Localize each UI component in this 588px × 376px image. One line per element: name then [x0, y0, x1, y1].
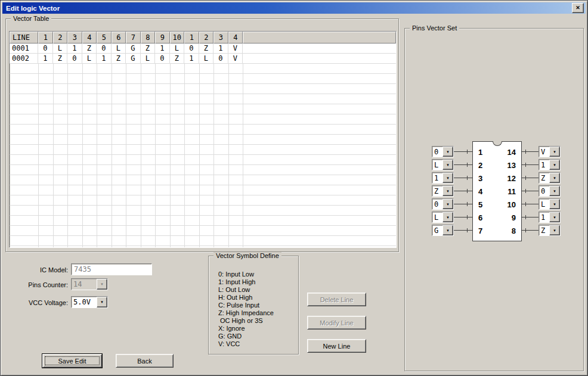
title-bar[interactable]: Edit logic Vector ✕ [2, 2, 586, 14]
chevron-down-icon: ▼ [549, 147, 560, 157]
vector-cell: 0 [155, 54, 170, 64]
pin-lead [454, 151, 472, 152]
pin-lead [522, 151, 539, 152]
ic-model-value: 7435 [72, 264, 151, 275]
pin-1-select[interactable]: 0 ▼ [432, 146, 454, 157]
column-header-line: LINE [10, 32, 38, 43]
vector-cell: 0 [184, 43, 199, 54]
pin-number: 5 [478, 200, 482, 209]
save-edit-label: Save Edit [58, 358, 86, 365]
vector-symbol-define-group: Vector Symbol Define 0: Input Low 1: Inp… [208, 256, 299, 355]
pin-2-select[interactable]: L ▼ [432, 159, 454, 170]
save-edit-button[interactable]: Save Edit [42, 354, 102, 368]
vector-cell: 1 [67, 43, 82, 54]
pin-10-value: L [539, 199, 549, 209]
pin-lead [454, 191, 472, 191]
vcc-voltage-select[interactable]: 5.0V ▼ [71, 296, 108, 308]
table-empty-area [10, 64, 396, 247]
vector-cell: 0 [67, 54, 82, 64]
pin-lead [522, 164, 539, 165]
pin-lead [454, 204, 472, 204]
vector-cell: L [170, 43, 185, 54]
pin-11-select[interactable]: 0 ▼ [539, 185, 561, 197]
pin-lead [522, 217, 539, 217]
new-line-button[interactable]: New Line [307, 339, 366, 353]
delete-line-button[interactable]: Delete Line [307, 293, 366, 306]
pin-number: 12 [507, 174, 516, 183]
chevron-down-icon: ▼ [549, 212, 560, 222]
vector-cell: 1 [155, 43, 170, 54]
column-header: 2 [199, 32, 214, 43]
close-icon: ✕ [575, 5, 580, 11]
back-button[interactable]: Back [116, 354, 174, 368]
pin-10-select[interactable]: L ▼ [539, 198, 561, 210]
pin-13-select[interactable]: 1 ▼ [539, 159, 561, 170]
pin-number: 1 [478, 148, 482, 157]
back-label: Back [137, 358, 151, 365]
vector-cell: Z [53, 54, 68, 64]
chevron-down-icon: ▼ [549, 199, 560, 209]
pin-4-select[interactable]: Z ▼ [432, 185, 454, 197]
pin-9-select[interactable]: 1 ▼ [539, 212, 561, 223]
column-header: 10 [170, 32, 185, 43]
vector-cell-filler [243, 43, 396, 54]
pin-7-select[interactable]: G ▼ [432, 225, 454, 236]
pin-number: 2 [478, 161, 482, 170]
vcc-voltage-label: VCC Voltage: [5, 299, 68, 307]
pin-8-value: Z [539, 225, 549, 235]
pin-3-value: 1 [432, 173, 442, 183]
ic-model-field[interactable]: 7435 [71, 263, 152, 275]
column-header: 3 [213, 32, 228, 43]
chevron-down-icon: ▼ [549, 173, 560, 183]
close-button[interactable]: ✕ [572, 3, 584, 13]
chevron-down-icon: ▼ [549, 160, 560, 170]
pin-5-value: 0 [432, 199, 442, 209]
symbol-legend: 0: Input Low 1: Input High L: Out Low H:… [218, 271, 274, 348]
vector-cell: 1 [38, 54, 53, 64]
pin-4-value: Z [432, 186, 442, 196]
vector-cell: G [126, 43, 141, 54]
modify-line-button[interactable]: Modify Line [307, 316, 366, 330]
pin-number: 11 [507, 187, 516, 196]
chip-notch-icon [493, 141, 502, 146]
line-number-cell: 0002 [10, 54, 38, 64]
window-title: Edit logic Vector [6, 5, 572, 12]
pin-number: 4 [478, 187, 482, 196]
pin-lead [522, 204, 539, 204]
column-header-filler [243, 32, 396, 43]
pin-3-select[interactable]: 1 ▼ [432, 172, 454, 184]
vector-cell: Z [82, 43, 97, 54]
vector-cell-filler [243, 54, 396, 64]
pin-14-select[interactable]: V ▼ [539, 146, 561, 157]
vector-cell: 0 [38, 43, 53, 54]
chevron-down-icon: ▼ [97, 297, 107, 307]
column-header: 1 [38, 32, 53, 43]
pins-vector-set-label: Pins Vector Set [410, 24, 459, 32]
pins-counter-select[interactable]: 14 ▼ [71, 278, 108, 290]
pin-5-select[interactable]: 0 ▼ [432, 198, 454, 210]
vector-cell: G [126, 54, 141, 64]
pin-12-select[interactable]: Z ▼ [539, 172, 561, 184]
vector-cell: L [112, 43, 126, 54]
vector-cell: Z [170, 54, 185, 64]
line-number-cell: 0001 [10, 43, 38, 54]
pin-number: 14 [507, 148, 516, 157]
symbol-line: OC High or 3S [218, 317, 274, 325]
vector-table[interactable]: LINE 1 2 3 4 5 6 7 8 9 10 1 2 3 4 0001 0 [9, 31, 397, 248]
pin-12-value: Z [539, 173, 549, 183]
table-row[interactable]: 0001 0 L 1 Z 0 L G Z 1 L 0 Z 1 V [10, 43, 396, 54]
pin-lead [454, 217, 472, 217]
chevron-down-icon: ▼ [442, 173, 453, 183]
pin-number: 8 [512, 226, 516, 235]
pin-lead [522, 191, 539, 191]
vector-cell: 0 [97, 43, 112, 54]
vector-cell: 1 [213, 43, 228, 54]
pin-11-value: 0 [539, 186, 549, 196]
table-row[interactable]: 0002 1 Z 0 L 1 Z G L 0 Z 1 L 0 V [10, 54, 396, 64]
pins-counter-value: 14 [72, 279, 97, 290]
ic-model-label: IC Model: [5, 266, 68, 274]
pin-8-select[interactable]: Z ▼ [539, 225, 561, 236]
column-header: 9 [155, 32, 170, 43]
pin-6-select[interactable]: L ▼ [432, 212, 454, 223]
vector-cell: 1 [97, 54, 112, 64]
